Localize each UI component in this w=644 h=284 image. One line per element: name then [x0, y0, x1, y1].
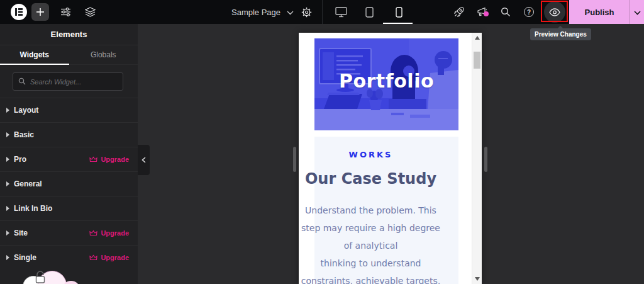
caret-right-icon [6, 108, 9, 113]
tablet-icon [365, 7, 374, 18]
category-general[interactable]: General [0, 171, 138, 196]
section-paragraph[interactable]: Understand the problem. This step may re… [299, 202, 450, 284]
crown-icon [89, 254, 97, 261]
publish-options-button[interactable] [630, 0, 644, 24]
plus-icon [36, 8, 45, 16]
whats-new-button[interactable] [474, 0, 490, 24]
structure-button[interactable] [82, 0, 97, 24]
upgrade-badge[interactable]: Upgrade [89, 254, 129, 261]
help-icon: ? [524, 7, 534, 17]
add-element-button[interactable] [31, 3, 49, 21]
preview-changes-button[interactable] [543, 0, 566, 24]
search-icon [18, 76, 26, 88]
chevron-down-icon [287, 8, 294, 17]
search-widget-input[interactable] [30, 78, 120, 86]
eye-icon [544, 1, 565, 23]
publish-button[interactable]: Publish [569, 0, 630, 24]
mobile-preview-frame: Portfolio WORKS Our Case Study Understan… [299, 33, 482, 284]
sliders-icon [60, 7, 71, 17]
device-tablet-button[interactable] [360, 0, 378, 24]
category-single[interactable]: Single Upgrade [0, 245, 138, 270]
chevron-down-icon [634, 6, 641, 18]
panel-tabs: Widgets Globals [0, 45, 138, 65]
checklist-button[interactable] [450, 0, 467, 24]
portfolio-hero-section[interactable]: Portfolio [314, 38, 458, 130]
elementor-logo-icon [11, 4, 27, 20]
caret-right-icon [6, 181, 9, 186]
help-button[interactable]: ? [521, 0, 537, 24]
category-basic[interactable]: Basic [0, 122, 138, 147]
notification-dot [484, 11, 489, 16]
panel-title: Elements [0, 24, 138, 45]
preview-scrollbar[interactable] [472, 33, 482, 284]
active-device-indicator [383, 23, 413, 24]
scroll-down-arrow-icon[interactable] [475, 277, 480, 281]
category-layout[interactable]: Layout [0, 98, 138, 122]
resize-handle-right[interactable] [484, 147, 487, 172]
caret-right-icon [6, 255, 9, 260]
padlock-icon [35, 271, 46, 284]
elementor-editor: Sample Page [0, 0, 644, 284]
document-switcher[interactable]: Sample Page [226, 0, 299, 24]
caret-right-icon [6, 230, 9, 236]
search-icon [501, 7, 511, 17]
upgrade-badge[interactable]: Upgrade [89, 156, 129, 163]
page-settings-button[interactable] [299, 0, 314, 24]
tab-widgets[interactable]: Widgets [0, 45, 69, 64]
active-tab-indicator [0, 64, 69, 65]
caret-right-icon [6, 206, 9, 211]
section-heading[interactable]: Our Case Study [299, 170, 443, 188]
caret-right-icon [6, 157, 9, 162]
resize-handle-left[interactable] [293, 147, 296, 172]
layers-icon [85, 7, 96, 17]
rocket-icon [453, 7, 464, 18]
finder-button[interactable] [497, 0, 514, 24]
desktop-icon [335, 7, 347, 18]
scroll-up-arrow-icon[interactable] [475, 36, 480, 40]
toolbar-divider [322, 0, 323, 24]
preview-changes-tooltip: Preview Changes [530, 28, 591, 40]
device-mobile-button[interactable] [390, 0, 408, 24]
caret-right-icon [6, 132, 9, 137]
section-eyebrow[interactable]: WORKS [299, 150, 443, 159]
publish-label: Publish [585, 8, 614, 17]
widget-categories: Layout Basic Pro Upgrade General [0, 98, 138, 270]
crown-icon [89, 230, 97, 236]
elements-panel: Elements Widgets Globals Layout Basic [0, 24, 138, 284]
widget-search-box [13, 72, 123, 91]
upgrade-badge[interactable]: Upgrade [89, 229, 129, 237]
device-desktop-button[interactable] [332, 0, 350, 24]
gear-icon [301, 7, 312, 18]
scrollbar-thumb[interactable] [474, 52, 480, 69]
chevron-left-icon [142, 157, 146, 163]
mobile-icon [396, 7, 402, 18]
tab-globals[interactable]: Globals [69, 45, 138, 64]
preview-page[interactable]: Portfolio WORKS Our Case Study Understan… [299, 33, 472, 284]
category-link-in-bio[interactable]: Link In Bio [0, 196, 138, 220]
top-toolbar: Sample Page [0, 0, 644, 24]
crown-icon [89, 156, 97, 162]
site-settings-button[interactable] [58, 0, 73, 24]
megaphone-icon [477, 7, 487, 17]
category-site[interactable]: Site Upgrade [0, 220, 138, 245]
category-pro[interactable]: Pro Upgrade [0, 147, 138, 171]
document-name: Sample Page [231, 8, 280, 17]
panel-collapse-handle[interactable] [138, 145, 150, 175]
hero-title[interactable]: Portfolio [314, 70, 458, 92]
elementor-menu-button[interactable] [10, 0, 27, 24]
